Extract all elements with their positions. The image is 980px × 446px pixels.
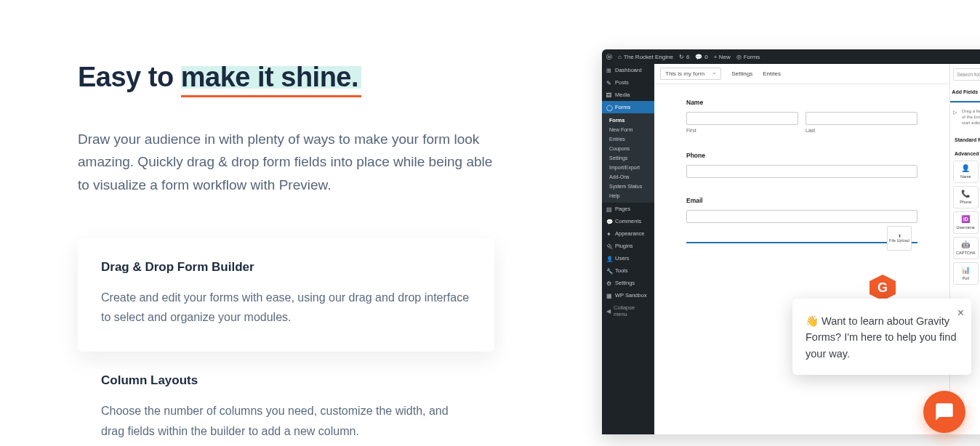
headline: Easy to make it shine. <box>78 62 494 93</box>
submenu-help[interactable]: Help <box>602 191 654 200</box>
sidebar-item-posts[interactable]: ✎Posts <box>602 76 654 89</box>
field-button-captcha[interactable]: 🤖CAPTCHA <box>953 237 979 259</box>
sidebar-collapse[interactable]: ◀ Collapse menu <box>602 301 654 320</box>
submenu-system-status[interactable]: System Status <box>602 182 654 191</box>
form-toolbar: This is my form Settings Entries <box>654 64 949 84</box>
wordpress-screenshot: ⓦ ⌂ The Rocket Engine ↻ 6 💬 0 + New ◎ Fo… <box>602 49 980 434</box>
field-button-poll[interactable]: 📊Poll <box>953 262 979 285</box>
sidebar-submenu-forms: Forms New Form Entries Coupons Settings … <box>602 113 654 203</box>
sidebar-item-forms[interactable]: ◯Forms <box>602 101 654 113</box>
new-menu[interactable]: + New <box>714 54 731 60</box>
phone-icon: 📞 <box>961 190 970 198</box>
sidebar-item-wp-sandbox[interactable]: ▦WP Sandbox <box>602 289 654 301</box>
first-sublabel: First <box>686 128 798 133</box>
feature-column-layouts[interactable]: Column Layouts Choose the number of colu… <box>78 352 494 446</box>
tools-icon: 🔧 <box>606 268 612 274</box>
email-input[interactable] <box>686 210 917 223</box>
chat-launcher-button[interactable] <box>923 391 965 433</box>
field-button-name[interactable]: 👤Name <box>953 161 979 183</box>
dashboard-icon: ⊞ <box>606 68 612 73</box>
submenu-coupons[interactable]: Coupons <box>602 144 654 153</box>
poll-icon: 📊 <box>961 267 970 274</box>
file-upload-drag-chip[interactable]: ⬆ File Upload <box>887 226 912 251</box>
form-canvas: This is my form Settings Entries Name <box>654 64 949 434</box>
field-button-phone[interactable]: 📞Phone <box>953 186 979 208</box>
standard-fields-heading: Standard Fields <box>950 133 980 147</box>
wp-sidebar: ⊞Dashboard ✎Posts 🖼Media ◯Forms Forms Ne… <box>602 64 654 434</box>
chat-bubble[interactable]: × 👋 Want to learn about Gravity Forms? I… <box>792 299 971 375</box>
submenu-import-export[interactable]: Import/Export <box>602 163 654 172</box>
sidebar-item-dashboard[interactable]: ⊞Dashboard <box>602 64 654 76</box>
field-label-name: Name <box>686 99 917 106</box>
submenu-addons[interactable]: Add-Ons <box>602 172 654 182</box>
sidebar-item-plugins[interactable]: 🔌Plugins <box>602 240 654 252</box>
field-panel: Search for a field Add Fields Field Sett… <box>949 64 980 434</box>
field-button-username[interactable]: 🆔Username <box>953 211 979 234</box>
toolbar-settings-link[interactable]: Settings <box>731 70 752 77</box>
form-selector[interactable]: This is my form <box>660 68 721 80</box>
sandbox-icon: ▦ <box>606 293 612 299</box>
field-label-phone: Phone <box>686 152 917 159</box>
last-sublabel: Last <box>806 128 917 133</box>
field-label-email: Email <box>686 197 917 204</box>
submenu-forms[interactable]: Forms <box>602 115 654 125</box>
submenu-new-form[interactable]: New Form <box>602 125 654 134</box>
sidebar-item-comments[interactable]: 💬Comments <box>602 215 654 227</box>
toolbar-entries-link[interactable]: Entries <box>763 70 781 77</box>
headline-underline <box>181 95 361 97</box>
username-icon: 🆔 <box>961 216 970 223</box>
comments-icon: 💬 <box>606 219 612 224</box>
advanced-fields-heading: Advanced Fields <box>950 147 980 161</box>
name-icon: 👤 <box>961 165 970 172</box>
submenu-settings[interactable]: Settings <box>602 153 654 163</box>
site-name[interactable]: ⌂ The Rocket Engine <box>618 54 673 60</box>
captcha-icon: 🤖 <box>961 241 970 248</box>
sidebar-item-pages[interactable]: ▤Pages <box>602 203 654 215</box>
sidebar-item-tools[interactable]: 🔧Tools <box>602 264 654 277</box>
submenu-entries[interactable]: Entries <box>602 134 654 144</box>
feature-list: Drag & Drop Form Builder Create and edit… <box>78 238 494 446</box>
headline-highlight-text: make it shine. <box>181 62 358 92</box>
tab-add-fields[interactable]: Add Fields <box>950 86 980 102</box>
field-phone[interactable]: Phone <box>686 152 917 178</box>
field-name[interactable]: Name First Last <box>686 99 917 133</box>
forms-icon: ◯ <box>606 105 612 110</box>
plugins-icon: 🔌 <box>606 243 612 249</box>
drop-indicator: ⬆ File Upload <box>686 242 917 243</box>
comments-count[interactable]: 💬 0 <box>695 54 707 60</box>
wp-admin-bar: ⓦ ⌂ The Rocket Engine ↻ 6 💬 0 + New ◎ Fo… <box>602 49 980 64</box>
sidebar-item-users[interactable]: 👤Users <box>602 252 654 264</box>
drag-hint: Drag a field to the left of the form and… <box>950 103 980 133</box>
last-name-input[interactable] <box>806 112 917 125</box>
chat-close-icon[interactable]: × <box>957 304 964 323</box>
feature-body: Choose the number of columns you need, c… <box>101 401 471 440</box>
updates-count[interactable]: ↻ 6 <box>679 54 689 60</box>
feature-body: Create and edit your forms with ease, us… <box>101 288 471 327</box>
wp-logo-icon[interactable]: ⓦ <box>606 53 612 61</box>
phone-input[interactable] <box>686 165 917 178</box>
feature-title: Column Layouts <box>101 373 471 388</box>
posts-icon: ✎ <box>606 80 612 86</box>
field-email[interactable]: Email <box>686 197 917 223</box>
feature-drag-drop[interactable]: Drag & Drop Form Builder Create and edit… <box>78 238 494 352</box>
chat-icon <box>934 402 955 422</box>
first-name-input[interactable] <box>686 112 798 125</box>
settings-icon: ⚙ <box>606 280 612 286</box>
appearance-icon: ✦ <box>606 231 612 237</box>
pages-icon: ▤ <box>606 206 612 212</box>
sidebar-item-settings[interactable]: ⚙Settings <box>602 277 654 289</box>
headline-highlight-wrap: make it shine. <box>181 62 358 93</box>
feature-title: Drag & Drop Form Builder <box>101 260 471 275</box>
intro-paragraph: Draw your audience in with plenty of way… <box>78 128 494 196</box>
chat-message: 👋 Want to learn about Gravity Forms? I'm… <box>806 315 956 360</box>
field-search-input[interactable]: Search for a field <box>953 68 980 81</box>
headline-prefix: Easy to <box>78 62 181 92</box>
sidebar-item-appearance[interactable]: ✦Appearance <box>602 227 654 240</box>
users-icon: 👤 <box>606 256 612 261</box>
sidebar-item-media[interactable]: 🖼Media <box>602 89 654 101</box>
media-icon: 🖼 <box>606 92 612 98</box>
topbar-forms[interactable]: ◎ Forms <box>736 54 760 60</box>
